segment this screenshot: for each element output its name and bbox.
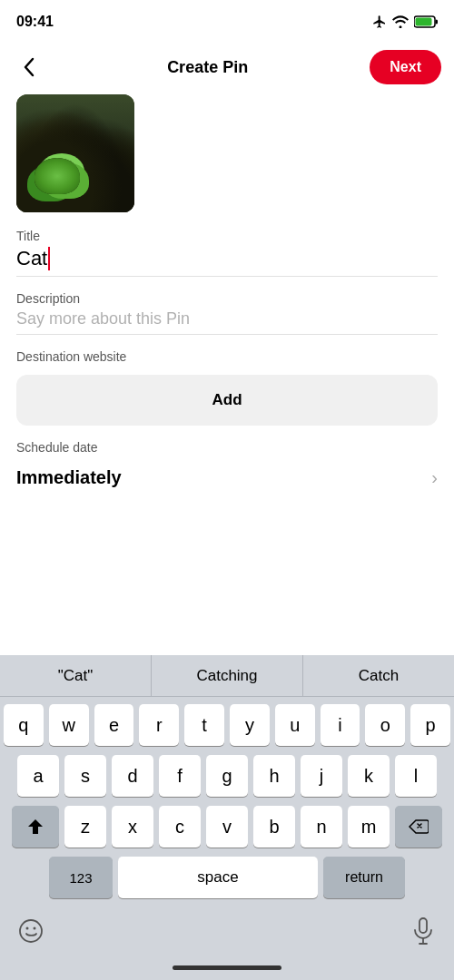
home-indicator: [0, 955, 454, 980]
status-icons: [372, 15, 438, 29]
key-k[interactable]: k: [348, 755, 390, 797]
destination-label: Destination website: [16, 349, 438, 364]
space-key[interactable]: space: [118, 857, 318, 898]
main-content: Title Cat Description Say more about thi…: [0, 94, 454, 492]
key-f[interactable]: f: [159, 755, 201, 797]
keyboard: "Cat" Catching Catch q w e r t y u i o p…: [0, 655, 454, 980]
pin-image[interactable]: [16, 94, 134, 212]
description-divider: [16, 334, 438, 335]
shift-key[interactable]: [12, 806, 59, 848]
key-x[interactable]: x: [112, 806, 153, 848]
title-divider: [16, 276, 438, 277]
key-b[interactable]: b: [253, 806, 295, 848]
keyboard-bottom-row: [0, 911, 454, 955]
emoji-button[interactable]: [15, 915, 47, 947]
autocomplete-item-1[interactable]: Catching: [152, 655, 303, 696]
svg-point-4: [26, 927, 29, 930]
key-z[interactable]: z: [64, 806, 106, 848]
page-title: Create Pin: [167, 58, 248, 77]
num-key[interactable]: 123: [49, 857, 113, 898]
svg-rect-6: [419, 918, 427, 933]
autocomplete-label-1: Catching: [196, 667, 257, 685]
key-t[interactable]: t: [184, 704, 224, 746]
key-n[interactable]: n: [301, 806, 342, 848]
key-row-1: q w e r t y u i o p: [4, 704, 450, 746]
title-field[interactable]: Cat: [16, 247, 438, 270]
schedule-value: Immediately: [16, 467, 122, 488]
battery-icon: [414, 15, 438, 28]
keyboard-rows: q w e r t y u i o p a s d f g h j k l: [0, 697, 454, 911]
key-o[interactable]: o: [365, 704, 405, 746]
key-q[interactable]: q: [4, 704, 44, 746]
next-button[interactable]: Next: [370, 50, 441, 84]
schedule-chevron-icon: ›: [431, 467, 438, 488]
key-row-2: a s d f g h j k l: [4, 755, 450, 797]
svg-rect-1: [436, 20, 439, 24]
destination-section: Destination website Add: [16, 349, 438, 426]
autocomplete-label-2: Catch: [359, 667, 399, 685]
key-r[interactable]: r: [139, 704, 179, 746]
autocomplete-item-0[interactable]: "Cat": [0, 655, 152, 696]
key-y[interactable]: y: [230, 704, 270, 746]
back-button[interactable]: [13, 51, 45, 83]
key-e[interactable]: e: [94, 704, 134, 746]
key-u[interactable]: u: [275, 704, 315, 746]
key-row-3: z x c v b n m: [4, 806, 450, 848]
svg-point-5: [34, 927, 36, 930]
key-g[interactable]: g: [206, 755, 248, 797]
description-placeholder[interactable]: Say more about this Pin: [16, 309, 438, 328]
autocomplete-label-0: "Cat": [58, 667, 94, 685]
schedule-section: Schedule date Immediately ›: [16, 440, 438, 492]
autocomplete-bar: "Cat" Catching Catch: [0, 655, 454, 697]
text-cursor: [48, 247, 50, 270]
title-label: Title: [16, 229, 438, 243]
key-m[interactable]: m: [348, 806, 390, 848]
status-time: 09:41: [16, 14, 54, 30]
key-w[interactable]: w: [49, 704, 89, 746]
key-c[interactable]: c: [159, 806, 201, 848]
wifi-icon: [392, 15, 409, 28]
home-bar: [173, 965, 281, 970]
schedule-row[interactable]: Immediately ›: [16, 458, 438, 492]
key-s[interactable]: s: [64, 755, 106, 797]
mic-button[interactable]: [407, 915, 439, 947]
key-h[interactable]: h: [253, 755, 295, 797]
description-label: Description: [16, 291, 438, 306]
key-row-4: 123 space return: [4, 857, 450, 898]
status-bar: 09:41: [0, 0, 454, 40]
key-i[interactable]: i: [321, 704, 360, 746]
return-key[interactable]: return: [323, 857, 405, 898]
key-j[interactable]: j: [301, 755, 342, 797]
key-v[interactable]: v: [206, 806, 248, 848]
svg-point-3: [20, 920, 42, 942]
delete-key[interactable]: [395, 806, 442, 848]
svg-rect-2: [416, 18, 432, 26]
key-a[interactable]: a: [17, 755, 59, 797]
autocomplete-item-2[interactable]: Catch: [303, 655, 454, 696]
add-button[interactable]: Add: [16, 375, 438, 426]
key-l[interactable]: l: [395, 755, 437, 797]
schedule-label: Schedule date: [16, 440, 438, 455]
airplane-icon: [372, 15, 387, 29]
key-p[interactable]: p: [410, 704, 450, 746]
key-d[interactable]: d: [112, 755, 153, 797]
nav-bar: Create Pin Next: [0, 40, 454, 94]
title-value: Cat: [16, 247, 47, 270]
